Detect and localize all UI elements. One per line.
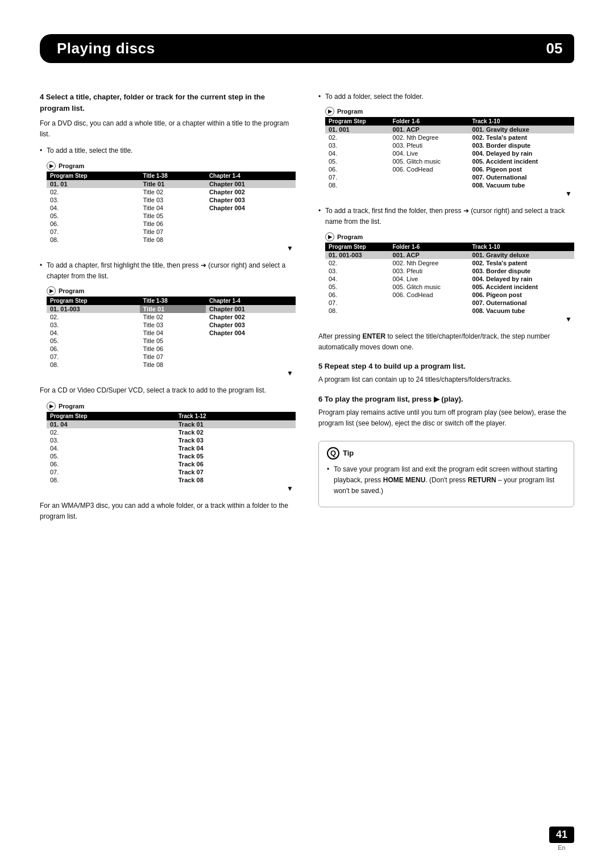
content-columns: 4 Select a title, chapter, folder or tra… bbox=[40, 91, 574, 528]
program-icon-1: ▶ bbox=[47, 161, 56, 170]
table-row: 05.Title 05 bbox=[47, 212, 296, 220]
program-table-2: Program Step Title 1-38 Chapter 1-4 01. … bbox=[47, 297, 296, 369]
table-row: 02.Title 02Chapter 002 bbox=[47, 313, 296, 321]
col-chapter-2: Chapter 1-4 bbox=[206, 297, 296, 305]
bullet-add-title: To add a title, select the title. bbox=[40, 145, 296, 156]
bullet-add-folder: To add a folder, select the folder. bbox=[318, 91, 574, 102]
col-track-5: Track 1-10 bbox=[469, 243, 574, 251]
tip-icon: Q bbox=[327, 447, 339, 460]
table-row: 05.Track 05 bbox=[47, 452, 296, 460]
table-row: 08.008. Vacuum tube bbox=[325, 181, 574, 189]
table1-arrow: ▼ bbox=[47, 244, 296, 252]
table-row: 02.Title 02Chapter 002 bbox=[47, 188, 296, 196]
program-table-3: Program Step Track 1-12 01. 04Track 01 0… bbox=[47, 412, 296, 484]
page-footer: 41 En bbox=[549, 827, 574, 851]
col-title-2: Title 1-38 bbox=[140, 297, 206, 305]
title-box: Playing discs bbox=[40, 34, 534, 63]
step5-body: A program list can contain up to 24 titl… bbox=[318, 374, 574, 385]
table1-wrap: ▶ Program Program Step Title 1-38 Chapte… bbox=[47, 161, 296, 252]
col-program-step-1: Program Step bbox=[47, 172, 140, 180]
table4-arrow: ▼ bbox=[325, 190, 574, 198]
table3-wrap: ▶ Program Program Step Track 1-12 01. 04… bbox=[47, 402, 296, 493]
table-row: 04.Track 04 bbox=[47, 444, 296, 452]
table-row: 02.002. Nth Degree002. Tesla's patent bbox=[325, 259, 574, 267]
cd-para: For a CD or Video CD/Super VCD, select a… bbox=[40, 385, 296, 396]
tip-header: Q Tip bbox=[327, 447, 566, 460]
table4-label: Program bbox=[337, 108, 363, 115]
table4-icon-row: ▶ Program bbox=[325, 107, 574, 116]
table-row: 04.004. Live004. Delayed by rain bbox=[325, 275, 574, 283]
left-column: 4 Select a title, chapter, folder or tra… bbox=[40, 91, 296, 528]
table4-wrap: ▶ Program Program Step Folder 1-6 Track … bbox=[325, 107, 574, 198]
footer-lang: En bbox=[558, 844, 565, 851]
table-row: 01. 04Track 01 bbox=[47, 420, 296, 428]
table-row: 03.Title 03Chapter 003 bbox=[47, 196, 296, 204]
page-title: Playing discs bbox=[57, 40, 155, 57]
table-row: 07.Title 07 bbox=[47, 353, 296, 361]
table-row: 03.Track 03 bbox=[47, 436, 296, 444]
step6-body: Program play remains active until you tu… bbox=[318, 407, 574, 429]
page-container: Playing discs 05 English 4 Select a titl… bbox=[0, 0, 614, 868]
step6-heading: 6 To play the program list, press ▶ (pla… bbox=[318, 394, 574, 405]
col-track-4: Track 1-10 bbox=[469, 117, 574, 126]
footer-page-number: 41 bbox=[549, 827, 574, 843]
page-number-box: 05 bbox=[534, 34, 574, 63]
col-program-step-3: Program Step bbox=[47, 412, 175, 420]
step5-heading: 5 Repeat step 4 to build up a program li… bbox=[318, 361, 574, 372]
table-row: 03.003. Pfeuti003. Border dispute bbox=[325, 141, 574, 149]
program-icon-5: ▶ bbox=[325, 232, 334, 241]
step4-heading: 4 Select a title, chapter, folder or tra… bbox=[40, 91, 296, 114]
table-row: 03.Title 03Chapter 003 bbox=[47, 321, 296, 329]
table5-arrow: ▼ bbox=[325, 315, 574, 323]
table-row: 02.Track 02 bbox=[47, 428, 296, 436]
step4-body: For a DVD disc, you can add a whole titl… bbox=[40, 118, 296, 140]
bullet-add-chapter: To add a chapter, first highlight the ti… bbox=[40, 260, 296, 282]
table5-icon-row: ▶ Program bbox=[325, 232, 574, 241]
col-folder-5: Folder 1-6 bbox=[389, 243, 469, 251]
table-row: 04.004. Live004. Delayed by rain bbox=[325, 149, 574, 157]
table-row: 06.006. CodHead006. Pigeon post bbox=[325, 165, 574, 173]
table1-icon-row: ▶ Program bbox=[47, 161, 296, 170]
program-icon-3: ▶ bbox=[47, 402, 56, 411]
tip-box: Q Tip To save your program list and exit… bbox=[318, 441, 574, 508]
table-row: 04.Title 04Chapter 004 bbox=[47, 329, 296, 337]
page-header: Playing discs 05 bbox=[40, 34, 574, 63]
table-row: 06.006. CodHead006. Pigeon post bbox=[325, 291, 574, 299]
table2-wrap: ▶ Program Program Step Title 1-38 Chapte… bbox=[47, 286, 296, 377]
col-program-step-5: Program Step bbox=[325, 243, 389, 251]
col-chapter-1: Chapter 1-4 bbox=[206, 172, 296, 180]
tip-bullet-1: To save your program list and exit the p… bbox=[327, 464, 566, 497]
table-row: 08.Title 08 bbox=[47, 236, 296, 244]
table2-arrow: ▼ bbox=[47, 369, 296, 377]
table-row: 05.005. Glitch music005. Accident incide… bbox=[325, 157, 574, 165]
table-row: 05.005. Glitch music005. Accident incide… bbox=[325, 283, 574, 291]
table-row: 07.007. Outernational bbox=[325, 299, 574, 307]
table3-arrow: ▼ bbox=[47, 485, 296, 493]
after-para: After pressing ENTER to select the title… bbox=[318, 331, 574, 353]
table1-label: Program bbox=[59, 162, 84, 169]
table-row: 08.008. Vacuum tube bbox=[325, 307, 574, 315]
page-number: 05 bbox=[546, 40, 563, 57]
col-folder-4: Folder 1-6 bbox=[389, 117, 469, 126]
table-row: 08.Title 08 bbox=[47, 361, 296, 369]
program-table-1: Program Step Title 1-38 Chapter 1-4 01. … bbox=[47, 172, 296, 244]
bullet-add-track: To add a track, first find the folder, t… bbox=[318, 206, 574, 227]
table-row: 01. 01Title 01Chapter 001 bbox=[47, 180, 296, 188]
tip-body: To save your program list and exit the p… bbox=[327, 464, 566, 497]
table-row: 05.Title 05 bbox=[47, 337, 296, 345]
col-title-1: Title 1-38 bbox=[140, 172, 206, 180]
table-row: 01. 001-003001. ACP001. Gravity deluxe bbox=[325, 251, 574, 259]
table5-wrap: ▶ Program Program Step Folder 1-6 Track … bbox=[325, 232, 574, 323]
col-track-3: Track 1-12 bbox=[175, 412, 276, 420]
col-program-step-2: Program Step bbox=[47, 297, 140, 305]
table-row: 06.Track 06 bbox=[47, 460, 296, 468]
program-table-5: Program Step Folder 1-6 Track 1-10 01. 0… bbox=[325, 243, 574, 315]
table-row: 04.Title 04Chapter 004 bbox=[47, 204, 296, 212]
table5-label: Program bbox=[337, 233, 363, 240]
wma-para: For an WMA/MP3 disc, you can add a whole… bbox=[40, 500, 296, 522]
table2-label: Program bbox=[59, 287, 84, 294]
table-row: 07.Track 07 bbox=[47, 468, 296, 476]
right-column: To add a folder, select the folder. ▶ Pr… bbox=[318, 91, 574, 528]
table3-label: Program bbox=[59, 403, 84, 410]
table-row: 02.002. Nth Degree002. Tesla's patent bbox=[325, 133, 574, 141]
